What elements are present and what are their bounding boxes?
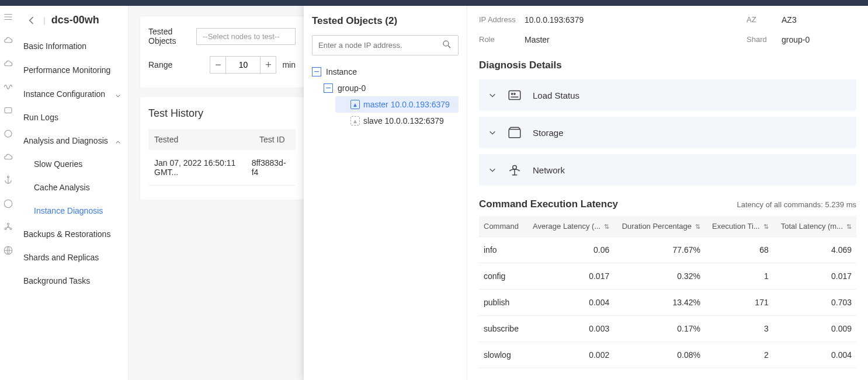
diagnosis-details-title: Diagnosis Details bbox=[479, 60, 856, 71]
box-icon[interactable] bbox=[3, 105, 13, 116]
menu-icon[interactable] bbox=[3, 12, 13, 22]
node-search[interactable] bbox=[312, 35, 459, 55]
sort-icon[interactable]: ⇅ bbox=[846, 223, 852, 230]
tested-objects-tree: Tested Objects (2) − Instance − group-0 … bbox=[304, 6, 467, 380]
cell-avg: 0.002 bbox=[525, 342, 614, 368]
circle-icon[interactable] bbox=[3, 128, 13, 139]
nav-label: Cache Analysis bbox=[34, 183, 90, 192]
cell-exec: 1 bbox=[705, 263, 773, 290]
nav-basic-info[interactable]: Basic Information bbox=[23, 34, 128, 58]
tree-title: Tested Objects (2) bbox=[312, 15, 459, 27]
nav-label: Analysis and Diagnosis bbox=[23, 136, 108, 145]
col-total-latency[interactable]: Total Latency (m...⇅ bbox=[773, 216, 856, 237]
cell-command: config bbox=[479, 263, 525, 290]
node-search-input[interactable] bbox=[318, 41, 442, 50]
accordion-load-status[interactable]: Load Status bbox=[479, 79, 856, 111]
nav-label: Run Logs bbox=[23, 113, 58, 122]
load-status-icon bbox=[507, 88, 522, 103]
range-label: Range bbox=[148, 60, 210, 69]
sort-icon[interactable]: ⇅ bbox=[763, 223, 769, 230]
collapse-icon[interactable]: − bbox=[324, 83, 333, 93]
cloud-icon[interactable] bbox=[3, 35, 13, 46]
col-avg-latency[interactable]: Average Latency (...⇅ bbox=[525, 216, 614, 237]
ip-icon[interactable] bbox=[3, 198, 13, 209]
accordion-storage[interactable]: Storage bbox=[479, 117, 856, 148]
latency-row: subscribe0.0030.17%30.009 bbox=[479, 316, 856, 342]
tree-master-node[interactable]: ▲ master 10.0.0.193:6379 bbox=[335, 96, 459, 113]
nav-slow-queries[interactable]: Slow Queries bbox=[23, 152, 128, 176]
sort-icon[interactable]: ⇅ bbox=[604, 223, 609, 230]
nav-background-tasks[interactable]: Background Tasks bbox=[23, 269, 128, 292]
nav-run-logs[interactable]: Run Logs bbox=[23, 106, 128, 129]
node-icon[interactable] bbox=[3, 222, 13, 232]
svg-point-8 bbox=[443, 41, 449, 46]
cell-total: 0.703 bbox=[773, 290, 856, 316]
svg-point-11 bbox=[514, 93, 515, 95]
tree-group-label: group-0 bbox=[338, 83, 366, 93]
breadcrumb: | dcs-00wh bbox=[23, 11, 128, 34]
sort-icon[interactable]: ⇅ bbox=[695, 223, 700, 230]
az-value: AZ3 bbox=[782, 15, 852, 25]
network-icon bbox=[507, 162, 522, 177]
collapse-icon[interactable]: − bbox=[312, 67, 321, 76]
nav-instance-diagnosis[interactable]: Instance Diagnosis bbox=[23, 199, 128, 222]
test-history-card: Test History Tested Test ID Jan 07, 2022… bbox=[140, 97, 304, 200]
svg-point-13 bbox=[513, 165, 517, 169]
nav-label: Background Tasks bbox=[23, 276, 90, 285]
shard-label: Shard bbox=[747, 35, 782, 44]
cloud-icon[interactable] bbox=[3, 152, 13, 162]
col-exec-times[interactable]: Execution Ti...⇅ bbox=[705, 216, 773, 237]
nav-label: Shards and Replicas bbox=[23, 253, 99, 262]
tree-slave-node[interactable]: ▲ slave 10.0.0.132:6379 bbox=[335, 113, 459, 129]
nav-instance-config[interactable]: Instance Configuration bbox=[23, 82, 128, 106]
shard-value: group-0 bbox=[782, 35, 852, 44]
range-input[interactable] bbox=[226, 56, 260, 74]
col-duration-pct[interactable]: Duration Percentage⇅ bbox=[614, 216, 705, 237]
cell-avg: 0.017 bbox=[525, 263, 614, 290]
cell-pct: 0.32% bbox=[614, 263, 705, 290]
cell-pct: 77.67% bbox=[614, 237, 705, 263]
tested-objects-label: Tested Objects bbox=[148, 27, 196, 46]
back-icon[interactable] bbox=[26, 15, 37, 26]
range-minus-button[interactable]: − bbox=[210, 56, 226, 74]
svg-point-10 bbox=[512, 93, 513, 95]
nav-cache-analysis[interactable]: Cache Analysis bbox=[23, 176, 128, 199]
cell-total: 4.069 bbox=[773, 237, 856, 263]
cell-pct: 0.17% bbox=[614, 316, 705, 342]
accordion-network[interactable]: Network bbox=[479, 154, 856, 186]
cell-pct: 13.42% bbox=[614, 290, 705, 316]
nav-perf-monitoring[interactable]: Performance Monitoring bbox=[23, 58, 128, 82]
range-plus-button[interactable]: + bbox=[260, 56, 276, 74]
tested-objects-select[interactable]: --Select nodes to test-- bbox=[196, 28, 296, 45]
cell-avg: 0.004 bbox=[525, 290, 614, 316]
col-command[interactable]: Command bbox=[479, 216, 525, 237]
nav-label: Performance Monitoring bbox=[23, 65, 110, 75]
cell-command: publish bbox=[479, 290, 525, 316]
anchor-icon[interactable] bbox=[3, 175, 13, 186]
tree-root[interactable]: − Instance bbox=[312, 64, 459, 80]
history-row[interactable]: Jan 07, 2022 16:50:11 GMT... 8ff3883d-f4 bbox=[148, 150, 296, 186]
instance-name: dcs-00wh bbox=[51, 14, 99, 26]
node-details: IP Address 10.0.0.193:6379 AZ AZ3 Role M… bbox=[467, 6, 868, 380]
wave-icon[interactable] bbox=[3, 82, 13, 92]
tree-group[interactable]: − group-0 bbox=[324, 80, 459, 96]
nav-analysis-diagnosis[interactable]: Analysis and Diagnosis bbox=[23, 129, 128, 152]
cell-pct: 0.08% bbox=[614, 342, 705, 368]
col-tested: Tested bbox=[154, 135, 259, 144]
role-value: Master bbox=[525, 35, 641, 44]
nav-list: Basic Information Performance Monitoring… bbox=[23, 34, 128, 292]
cloud-icon[interactable] bbox=[3, 58, 13, 69]
accordion-label: Load Status bbox=[533, 90, 579, 100]
nav-label: Instance Diagnosis bbox=[34, 206, 103, 215]
nav-pane: | dcs-00wh Basic Information Performance… bbox=[16, 6, 129, 380]
nav-label: Basic Information bbox=[23, 41, 86, 51]
cell-total: 0.009 bbox=[773, 316, 856, 342]
diagnosis-panel: Tested Objects (2) − Instance − group-0 … bbox=[304, 6, 868, 380]
nav-shards-replicas[interactable]: Shards and Replicas bbox=[23, 246, 128, 269]
latency-title: Command Execution Latency bbox=[479, 198, 618, 210]
nav-backups-restorations[interactable]: Backups & Restorations bbox=[23, 222, 128, 246]
cell-command: subscribe bbox=[479, 316, 525, 342]
chevron-down-icon bbox=[488, 166, 497, 174]
cell-tested: Jan 07, 2022 16:50:11 GMT... bbox=[154, 158, 252, 177]
globe-icon[interactable] bbox=[3, 245, 13, 256]
